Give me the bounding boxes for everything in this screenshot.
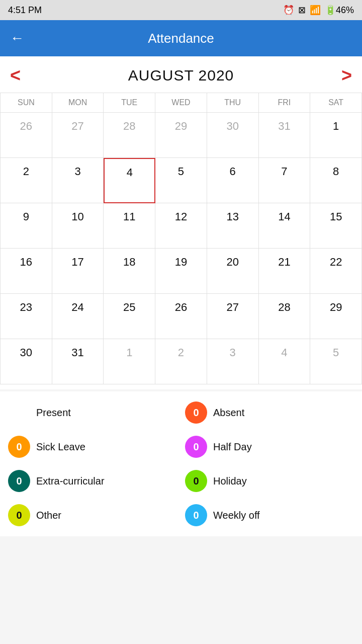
back-button[interactable]: ←	[10, 30, 24, 46]
calendar-cell[interactable]: 11	[104, 203, 155, 249]
status-bar: 4:51 PM ⏰ ⊠ 📶 🔋46%	[0, 0, 362, 20]
day-header-tue: TUE	[104, 93, 155, 113]
cell-number: 9	[23, 210, 29, 223]
legend: Present 0 Absent 0 Sick Leave 0 Half Day…	[0, 391, 362, 536]
cell-number: 25	[123, 301, 135, 314]
calendar-cell[interactable]: 29	[155, 113, 207, 158]
calendar-cell[interactable]: 8	[310, 158, 362, 203]
cell-number: 2	[23, 165, 29, 178]
cell-number: 19	[175, 256, 187, 269]
calendar-cell[interactable]: 26	[1, 113, 52, 158]
weekly-off-badge: 0	[185, 504, 207, 526]
calendar-cell[interactable]: 25	[104, 294, 155, 339]
month-title: AUGUST 2020	[128, 67, 234, 84]
half-day-badge: 0	[185, 436, 207, 458]
calendar-cell[interactable]: 27	[52, 113, 104, 158]
cell-number: 24	[71, 301, 83, 314]
calendar-cell[interactable]: 26	[155, 294, 207, 339]
legend-label-sick-leave: Sick Leave	[36, 441, 85, 453]
calendar-cell[interactable]: 1	[104, 339, 155, 384]
cell-number: 1	[126, 346, 132, 359]
extra-curricular-badge: 0	[8, 470, 30, 492]
legend-item-half-day: 0 Half Day	[185, 436, 354, 458]
calendar-cell[interactable]: 3	[207, 339, 259, 384]
calendar-cell[interactable]: 13	[207, 203, 259, 249]
calendar-cell[interactable]: 5	[310, 339, 362, 384]
cell-number: 27	[226, 301, 238, 314]
calendar-cell[interactable]: 23	[1, 294, 52, 339]
calendar-cell[interactable]: 9	[1, 203, 52, 249]
legend-label-other: Other	[36, 510, 61, 521]
legend-label-extra-curricular: Extra-curricular	[36, 475, 105, 487]
legend-item-extra-curricular: 0 Extra-curricular	[8, 470, 177, 492]
next-month-button[interactable]: >	[341, 66, 352, 85]
cell-number: 7	[281, 165, 287, 178]
cell-number: 1	[333, 120, 339, 133]
cell-number: 29	[330, 301, 342, 314]
calendar-cell[interactable]: 30	[1, 339, 52, 384]
calendar-cell[interactable]: 31	[259, 113, 311, 158]
legend-label-present: Present	[36, 407, 71, 419]
calendar-cell[interactable]: 24	[52, 294, 104, 339]
cell-number: 4	[127, 166, 133, 179]
cell-number: 3	[74, 165, 80, 178]
day-header-fri: FRI	[259, 93, 311, 113]
prev-month-button[interactable]: <	[10, 66, 21, 85]
calendar-cell[interactable]: 4	[104, 158, 155, 203]
calendar-cell[interactable]: 10	[52, 203, 104, 249]
calendar-cell[interactable]: 27	[207, 294, 259, 339]
calendar-cell[interactable]: 3	[52, 158, 104, 203]
calendar-cell[interactable]: 17	[52, 249, 104, 294]
cell-number: 13	[226, 210, 238, 223]
calendar-cell[interactable]: 28	[104, 113, 155, 158]
calendar-cell[interactable]: 21	[259, 249, 311, 294]
wifi-icon: 📶	[310, 5, 321, 16]
cell-number: 20	[226, 256, 238, 269]
cell-number: 15	[330, 210, 342, 223]
cell-number: 17	[71, 256, 83, 269]
cell-number: 30	[226, 120, 238, 133]
calendar-cell[interactable]: 20	[207, 249, 259, 294]
calendar-cell[interactable]: 29	[310, 294, 362, 339]
calendar-cell[interactable]: 15	[310, 203, 362, 249]
cell-number: 11	[123, 210, 135, 223]
calendar-cell[interactable]: 22	[310, 249, 362, 294]
legend-item-weekly-off: 0 Weekly off	[185, 504, 354, 526]
legend-label-absent: Absent	[213, 407, 244, 419]
calendar-cell[interactable]: 2	[1, 158, 52, 203]
calendar-cell[interactable]: 2	[155, 339, 207, 384]
cell-number: 4	[281, 346, 287, 359]
status-icons: ⏰ ⊠ 📶 🔋46%	[283, 5, 354, 16]
legend-item-other: 0 Other	[8, 504, 177, 526]
calendar-cell[interactable]: 5	[155, 158, 207, 203]
legend-item-holiday: 0 Holiday	[185, 470, 354, 492]
legend-label-half-day: Half Day	[213, 441, 252, 453]
cell-number: 18	[123, 256, 135, 269]
cell-number: 31	[278, 120, 290, 133]
calendar-cell[interactable]: 18	[104, 249, 155, 294]
alarm-icon: ⏰	[283, 5, 294, 16]
calendar-cell[interactable]: 6	[207, 158, 259, 203]
calendar-cell[interactable]: 1	[310, 113, 362, 158]
calendar-cell[interactable]: 28	[259, 294, 311, 339]
cell-number: 6	[230, 165, 236, 178]
page-title: Attendance	[34, 31, 328, 46]
calendar-cell[interactable]: 4	[259, 339, 311, 384]
legend-item-sick-leave: 0 Sick Leave	[8, 436, 177, 458]
calendar-cell[interactable]: 16	[1, 249, 52, 294]
calendar-cell[interactable]: 7	[259, 158, 311, 203]
legend-grid: Present 0 Absent 0 Sick Leave 0 Half Day…	[8, 401, 354, 526]
day-header-sun: SUN	[1, 93, 52, 113]
cell-number: 28	[123, 120, 135, 133]
calendar-cell[interactable]: 31	[52, 339, 104, 384]
calendar-cell[interactable]: 12	[155, 203, 207, 249]
calendar-cell[interactable]: 14	[259, 203, 311, 249]
day-headers: SUN MON TUE WED THU FRI SAT	[0, 93, 362, 113]
cell-number: 8	[333, 165, 339, 178]
legend-label-weekly-off: Weekly off	[213, 510, 260, 521]
calendar-grid: 2627282930311234567891011121314151617181…	[0, 113, 362, 384]
legend-label-holiday: Holiday	[213, 475, 247, 487]
calendar-cell[interactable]: 19	[155, 249, 207, 294]
cell-number: 26	[20, 120, 32, 133]
calendar-cell[interactable]: 30	[207, 113, 259, 158]
